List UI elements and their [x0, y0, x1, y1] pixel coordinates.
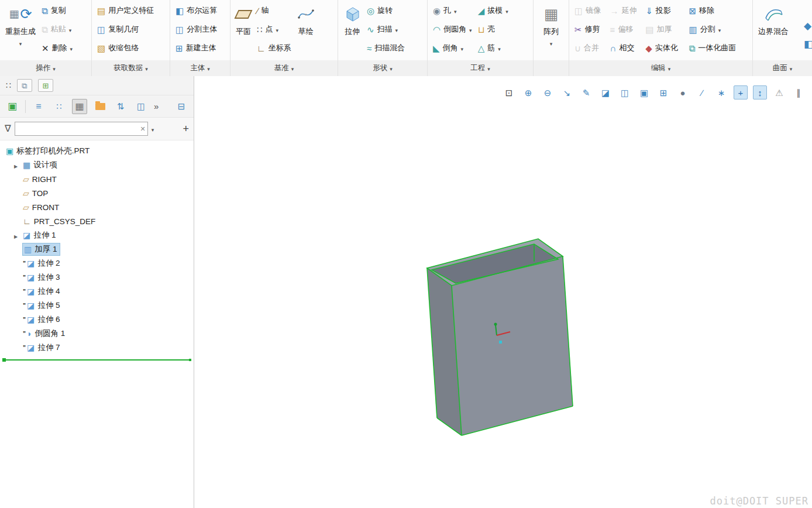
expand-arrow-icon[interactable] — [12, 161, 20, 170]
boundary-blend-button[interactable]: 边界混合 — [755, 1, 792, 60]
point-button[interactable]: 点 — [254, 20, 294, 39]
shrinkwrap-button[interactable]: 收缩包络 — [94, 39, 157, 57]
merge-button[interactable]: 合并 — [572, 39, 607, 57]
model-tree-tab[interactable] — [17, 79, 32, 92]
insert-here-locator[interactable] — [2, 359, 191, 361]
tree-item-top-plane[interactable]: TOP — [0, 186, 194, 200]
add-filter-icon[interactable] — [183, 123, 189, 135]
more-tools-icon[interactable] — [154, 102, 159, 111]
panel-grid-icon[interactable] — [6, 81, 11, 90]
view-manager-button[interactable] — [676, 85, 690, 99]
split-body-button[interactable]: 分割主体 — [173, 20, 220, 39]
tree-item-csys[interactable]: PRT_CSYS_DEF — [0, 214, 194, 228]
tree-folder-button[interactable] — [92, 99, 108, 114]
fill-surface-icon[interactable] — [804, 21, 812, 31]
repaint-button[interactable] — [579, 85, 593, 99]
zoom-out-button[interactable] — [541, 85, 555, 99]
zoom-in-button[interactable] — [521, 85, 535, 99]
tree-item-round-1[interactable]: ” 倒圆角 1 — [0, 327, 194, 341]
filter-options-chevron-icon[interactable] — [152, 125, 154, 133]
tree-item-extrude-7[interactable]: ” 拉伸 7 — [0, 341, 194, 355]
regenerate-button[interactable]: 重新生成 — [2, 1, 39, 60]
trim-button[interactable]: 修剪 — [572, 20, 607, 39]
detail-tree-tab[interactable] — [38, 79, 53, 92]
tree-sort-button[interactable] — [113, 99, 128, 114]
tree-item-right-plane[interactable]: RIGHT — [0, 172, 194, 186]
group-label-get-data[interactable]: 获取数据 — [92, 60, 170, 76]
group-label-body[interactable]: 主体 — [170, 60, 230, 76]
split-button[interactable]: 分割 — [686, 20, 750, 39]
saved-orientations-button[interactable] — [656, 85, 670, 99]
tree-item-thicken-1[interactable]: 加厚 1 — [0, 242, 194, 256]
round-button[interactable]: 倒圆角 — [430, 20, 475, 39]
display-style-button[interactable] — [598, 85, 613, 99]
project-button[interactable]: 投影 — [642, 1, 686, 20]
tree-item-extrude-5[interactable]: ” 拉伸 5 — [0, 298, 194, 313]
dragger-button[interactable] — [753, 85, 767, 99]
group-label-shapes[interactable]: 形状 — [338, 60, 427, 76]
group-label-datum[interactable]: 基准 — [230, 60, 338, 76]
spin-center-button[interactable] — [734, 85, 748, 99]
tree-item-front-plane[interactable]: FRONT — [0, 200, 194, 214]
tree-compare-button[interactable] — [133, 99, 149, 114]
tree-item-design-items[interactable]: 设计项 — [0, 158, 194, 172]
axis-button[interactable]: 轴 — [254, 1, 294, 20]
hole-button[interactable]: 孔 — [430, 1, 475, 20]
group-label-operations[interactable]: 操作 — [0, 60, 91, 76]
tree-settings-button[interactable] — [174, 99, 189, 114]
refit-button[interactable] — [560, 85, 574, 99]
tree-item-extrude-4[interactable]: ” 拉伸 4 — [0, 284, 194, 298]
capture-button[interactable] — [637, 85, 651, 99]
style-surface-icon[interactable] — [804, 39, 812, 49]
tree-item-extrude-3[interactable]: ” 拉伸 3 — [0, 270, 194, 284]
rib-button[interactable]: 筋 — [475, 39, 511, 57]
chamfer-button[interactable]: 倒角 — [430, 39, 475, 57]
tree-item-part-root[interactable]: 标签打印机外壳.PRT — [0, 144, 194, 158]
copy-geometry-button[interactable]: 复制几何 — [94, 20, 157, 39]
group-label-engineering[interactable]: 工程 — [428, 60, 533, 76]
paste-button[interactable]: 粘贴 — [39, 20, 75, 39]
offset-button[interactable]: 偏移 — [607, 20, 643, 39]
sweep-button[interactable]: 扫描 — [364, 20, 408, 39]
alerts-button[interactable] — [772, 85, 786, 99]
thicken-button[interactable]: 加厚 — [642, 20, 686, 39]
tree-columns-button[interactable] — [72, 99, 87, 114]
graphics-area[interactable]: doit@DOIT SUPER — [194, 76, 812, 508]
expand-arrow-icon[interactable] — [12, 231, 20, 240]
delete-button[interactable]: 删除 — [39, 39, 75, 57]
annotate-button[interactable] — [695, 85, 709, 99]
tree-item-extrude-1[interactable]: 拉伸 1 — [0, 228, 194, 242]
model-3d-box[interactable] — [194, 76, 812, 508]
intersect-button[interactable]: 相交 — [607, 39, 643, 57]
active-part-button[interactable] — [5, 99, 20, 114]
tree-item-extrude-2[interactable]: ” 拉伸 2 — [0, 256, 194, 270]
csys-button[interactable]: 坐标系 — [254, 39, 294, 57]
pause-button[interactable] — [792, 85, 806, 99]
udf-button[interactable]: 用户定义特征 — [94, 1, 157, 20]
swept-blend-button[interactable]: 扫描混合 — [364, 39, 408, 57]
extend-button[interactable]: 延伸 — [607, 1, 643, 20]
mirror-button[interactable]: 镜像 — [572, 1, 607, 20]
sketch-button[interactable]: 草绘 — [294, 1, 318, 60]
tree-filter-input[interactable] — [15, 122, 148, 136]
clear-filter-icon[interactable] — [140, 124, 145, 133]
group-label-surface[interactable]: 曲面 — [753, 60, 812, 76]
datum-display-button[interactable] — [714, 85, 728, 99]
solidify-button[interactable]: 实体化 — [642, 39, 686, 57]
group-label-editing[interactable]: 编辑 — [569, 60, 752, 76]
plane-button[interactable]: 平面 — [233, 1, 254, 60]
new-body-button[interactable]: 新建主体 — [173, 39, 220, 57]
tree-detail-list-button[interactable] — [51, 99, 67, 114]
tree-list-button[interactable] — [31, 99, 46, 114]
remove-button[interactable]: 移除 — [686, 1, 750, 20]
tree-item-extrude-6[interactable]: ” 拉伸 6 — [0, 313, 194, 327]
zoom-window-button[interactable] — [502, 85, 516, 99]
shell-button[interactable]: 壳 — [475, 20, 511, 39]
unify-surface-button[interactable]: 一体化曲面 — [686, 39, 750, 57]
pattern-button[interactable]: 阵列 — [541, 1, 562, 60]
boolean-button[interactable]: 布尔运算 — [173, 1, 220, 20]
draft-button[interactable]: 拔模 — [475, 1, 511, 20]
section-button[interactable] — [618, 85, 632, 99]
extrude-button[interactable]: 拉伸 — [340, 1, 364, 60]
copy-button[interactable]: 复制 — [39, 1, 75, 20]
